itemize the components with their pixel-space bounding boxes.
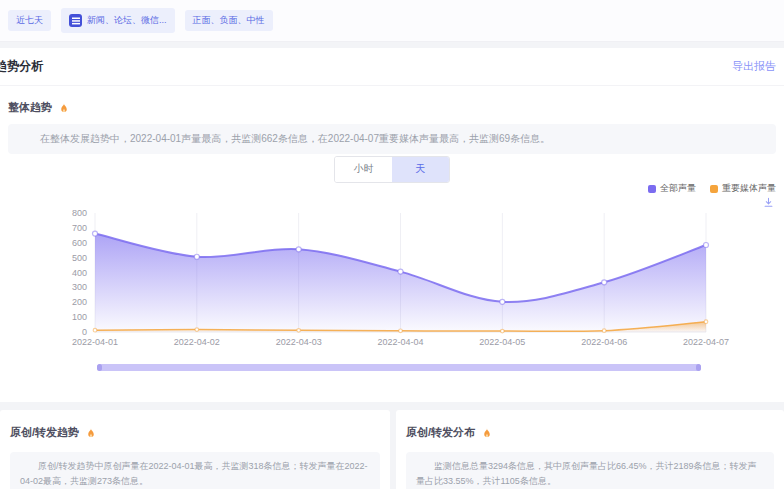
svg-text:0: 0 [82,327,87,337]
filter-tag-time[interactable]: 近七天 [8,10,51,31]
svg-text:2022-04-06: 2022-04-06 [581,337,627,347]
datazoom-left-handle[interactable] [97,364,102,371]
toggle-day-button[interactable]: 天 [392,157,449,182]
trend-chart-svg: 01002003004005006007008002022-04-012022-… [0,203,784,353]
svg-text:2022-04-05: 2022-04-05 [479,337,525,347]
source-icon [69,14,82,27]
toggle-hour-button[interactable]: 小时 [335,157,392,182]
section-title: 整体趋势 [8,100,52,115]
svg-text:800: 800 [72,208,87,218]
card-title: 原创/转发分布 [406,425,475,440]
card-title: 原创/转发趋势 [10,425,79,440]
granularity-toggle: 小时 天 [0,156,784,183]
chart-legend: 全部声量 重要媒体声量 [648,182,776,195]
card-title-row: 原创/转发趋势 [0,410,390,440]
svg-text:2022-04-04: 2022-04-04 [377,337,423,347]
filter-tag-sentiment-label: 正面、负面、中性 [193,16,265,25]
trend-chart: 01002003004005006007008002022-04-012022-… [0,203,784,353]
svg-text:2022-04-03: 2022-04-03 [276,337,322,347]
overall-trend-section: 整体趋势 [8,100,70,115]
overall-summary: 在整体发展趋势中，2022-04-01声量最高，共监测662条信息，在2022-… [8,124,776,154]
flame-icon [85,427,97,439]
card-header: 趋势分析 导出报告 [0,48,784,86]
datazoom-slider[interactable] [97,364,701,371]
card-summary: 监测信息总量3294条信息，其中原创声量占比66.45%，共计2189条信息；转… [406,452,774,489]
svg-text:700: 700 [72,223,87,233]
card-title-row: 原创/转发分布 [396,410,784,440]
svg-text:2022-04-02: 2022-04-02 [174,337,220,347]
flame-icon [58,102,70,114]
legend-label-media: 重要媒体声量 [722,182,776,195]
svg-text:200: 200 [72,297,87,307]
legend-swatch-media [710,185,718,193]
original-repost-trend-card: 原创/转发趋势 原创/转发趋势中原创声量在2022-04-01最高，共监测318… [0,410,390,489]
flame-icon [481,427,493,439]
legend-item-media[interactable]: 重要媒体声量 [710,182,776,195]
filter-tag-time-label: 近七天 [16,16,43,25]
svg-text:300: 300 [72,282,87,292]
original-repost-distribution-card: 原创/转发分布 监测信息总量3294条信息，其中原创声量占比66.45%，共计2… [396,410,784,489]
svg-text:500: 500 [72,253,87,263]
export-report-link[interactable]: 导出报告 [732,59,776,74]
trend-analysis-card: 趋势分析 导出报告 整体趋势 在整体发展趋势中，2022-04-01声量最高，共… [0,48,784,402]
svg-text:2022-04-01: 2022-04-01 [72,337,118,347]
svg-text:100: 100 [72,312,87,322]
datazoom-right-handle[interactable] [696,364,701,371]
svg-text:400: 400 [72,268,87,278]
filter-tag-source-label: 新闻、论坛、微信... [87,16,167,25]
card-summary: 原创/转发趋势中原创声量在2022-04-01最高，共监测318条信息；转发声量… [10,452,380,489]
legend-item-total[interactable]: 全部声量 [648,182,696,195]
svg-text:600: 600 [72,238,87,248]
page-title: 趋势分析 [0,58,43,75]
svg-text:2022-04-07: 2022-04-07 [683,337,729,347]
legend-swatch-total [648,185,656,193]
dashboard-page: { "filters": { "time_tag": "近七天", "sourc… [0,0,784,489]
filter-bar: 近七天 新闻、论坛、微信... 正面、负面、中性 [0,0,784,42]
filter-tag-source[interactable]: 新闻、论坛、微信... [61,8,175,33]
filter-tag-sentiment[interactable]: 正面、负面、中性 [185,10,273,31]
legend-label-total: 全部声量 [660,182,696,195]
